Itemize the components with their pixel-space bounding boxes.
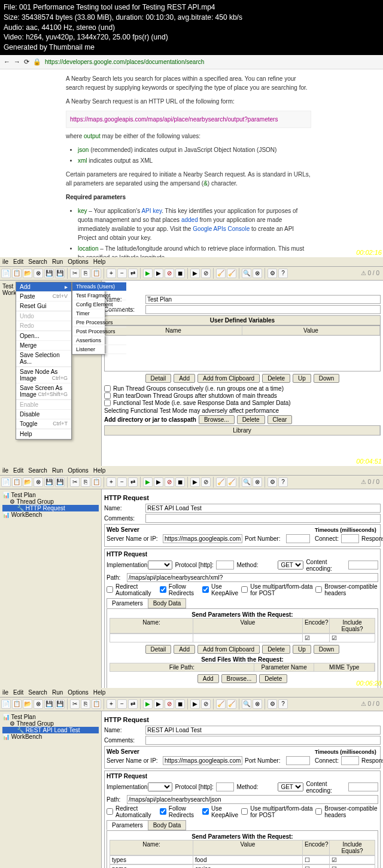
ctx-disable[interactable]: Disable xyxy=(16,410,71,419)
back-icon[interactable]: ← xyxy=(4,58,10,65)
ctx-redo: Redo xyxy=(16,321,71,331)
ctx-toggle[interactable]: ToggleCtrl+T xyxy=(16,419,71,429)
start-icon[interactable]: ▶ xyxy=(143,269,153,278)
ctx-savenode[interactable]: Save Node As ImageCtrl+G xyxy=(16,367,71,383)
pane-browser: ← → ⟳ 🔒 https://developers.google.com/pl… xyxy=(0,55,383,257)
tree-pane[interactable]: Test Work Add ▸ PasteCtrl+V Reset Gui Un… xyxy=(0,281,102,466)
port-input[interactable] xyxy=(286,534,310,543)
clear-button[interactable]: Clear xyxy=(268,415,293,424)
up-button[interactable]: Up xyxy=(293,374,311,383)
ctx-add[interactable]: Add ▸ xyxy=(16,282,71,292)
save-icon[interactable]: 💾 xyxy=(44,269,54,278)
saveas-icon[interactable]: 💾 xyxy=(55,269,65,278)
add-button[interactable]: Add xyxy=(174,374,195,383)
warn-counter: ⚠ 0 / 0 xyxy=(361,270,382,276)
help-icon[interactable]: ? xyxy=(278,269,288,278)
cut-icon[interactable]: ✂ xyxy=(70,269,80,278)
browse-button[interactable]: Browse... xyxy=(199,415,235,424)
tab-body[interactable]: Body Data xyxy=(148,598,187,608)
code-url: https://maps.googleapis.com/maps/api/pla… xyxy=(66,111,311,128)
expand-icon[interactable]: + xyxy=(107,269,116,278)
url-bar[interactable]: https://developers.google.com/places/doc… xyxy=(45,59,204,65)
tree-pane[interactable]: 📊 Test Plan ⚙ Thread Group 🔧 REST API Lo… xyxy=(0,711,102,868)
ctx-undo: Undo xyxy=(16,312,71,321)
ctx-reset[interactable]: Reset Gui xyxy=(16,301,71,311)
shutdown-icon[interactable]: ◼ xyxy=(175,269,185,278)
pane-jmeter-http2: ileEditSearchRunOptionsHelp 📄📋📂⊗💾💾 ✂⎘📋 +… xyxy=(0,688,383,868)
run-consecutive-check[interactable] xyxy=(104,385,111,392)
ctx-merge[interactable]: Merge xyxy=(16,341,71,351)
clear-icon[interactable]: 🧹 xyxy=(216,269,226,278)
ctx-enable: Enable xyxy=(16,400,71,410)
timestamp: 00:06:20 xyxy=(356,680,382,687)
http-panel: HTTP Request Name: Comments: Web Server … xyxy=(102,711,383,868)
new-icon[interactable]: 📄 xyxy=(1,477,11,487)
method-select[interactable]: GET xyxy=(278,561,303,569)
comments-input[interactable] xyxy=(145,305,381,314)
ctx-savesel[interactable]: Save Selection As... xyxy=(16,351,71,367)
pane-jmeter-http1: ileEditSearchRunOptionsHelp 📄📋📂⊗💾💾 ✂⎘📋 +… xyxy=(0,466,383,688)
collapse-icon[interactable]: − xyxy=(117,269,127,278)
open-icon[interactable]: 📂 xyxy=(23,269,32,278)
functional-check[interactable] xyxy=(104,400,111,406)
delete-cp-button[interactable]: Delete xyxy=(237,415,265,424)
down-button[interactable]: Down xyxy=(314,374,340,383)
ctx-help[interactable]: Help xyxy=(16,430,71,439)
menubar[interactable]: ileEditSearchRunOptionsHelp xyxy=(0,688,383,698)
delete-button[interactable]: Delete xyxy=(262,374,290,383)
name-input[interactable] xyxy=(145,504,381,513)
toggle-icon[interactable]: ⇄ xyxy=(128,269,138,278)
reset-search-icon[interactable]: ⊗ xyxy=(253,269,262,278)
toolbar[interactable]: 📄📋📂⊗💾💾 ✂⎘📋 +−⇄ ▶▶⊘◼ ▶⊘ 🧹🧹 🔍⊗ ⚙? ⚠ 0 / 0 xyxy=(0,476,383,489)
video-metadata: File: 001 Performance Testing tool used … xyxy=(0,0,383,55)
path-input[interactable] xyxy=(127,795,378,804)
server-input[interactable] xyxy=(163,534,242,543)
new-icon[interactable]: 📄 xyxy=(1,269,11,278)
template-icon[interactable]: 📋 xyxy=(12,269,22,278)
copy-icon[interactable]: ⎘ xyxy=(81,269,90,278)
paste-icon[interactable]: 📋 xyxy=(92,269,101,278)
search-icon[interactable]: 🔍 xyxy=(242,269,251,278)
ctx-open[interactable]: Open... xyxy=(16,331,71,341)
context-menu[interactable]: Add ▸ PasteCtrl+V Reset Gui Undo Redo Op… xyxy=(16,282,72,440)
param-row[interactable]: typesfood☐☑ xyxy=(110,855,375,864)
timestamp: 00:02:16 xyxy=(356,249,382,256)
tree-pane[interactable]: 📊 Test Plan ⚙ Thread Group 🔧 HTTP Reques… xyxy=(0,489,102,688)
path-input[interactable] xyxy=(127,573,378,582)
param-row[interactable]: namecruise☐☑ xyxy=(110,864,375,868)
remote-start-icon[interactable]: ▶ xyxy=(190,269,200,278)
stop-icon[interactable]: ⊘ xyxy=(165,269,174,278)
detail-button[interactable]: Detail xyxy=(145,374,172,383)
udv-table[interactable] xyxy=(104,336,381,371)
param-row-empty[interactable]: ☑☑ xyxy=(110,634,375,642)
browser-bar: ← → ⟳ 🔒 https://developers.google.com/pl… xyxy=(0,55,383,69)
timestamp: 00:04:51 xyxy=(356,458,382,465)
menubar[interactable]: ileEditSearchRunOptionsHelp xyxy=(0,466,383,476)
ctx-savescreen[interactable]: Save Screen As ImageCtrl+Shift+G xyxy=(16,383,71,400)
menubar[interactable]: ileEditSearchRunOptionsHelp xyxy=(0,257,383,267)
reload-icon[interactable]: ⟳ xyxy=(24,58,29,66)
http-panel: HTTP Request Name: Comments: Web Server … xyxy=(102,489,383,688)
tab-parameters[interactable]: Parameters xyxy=(107,598,148,608)
submenu-add[interactable]: Threads (Users) Test Fragment Config Ele… xyxy=(72,282,105,355)
addclip-button[interactable]: Add from Clipboard xyxy=(197,374,260,383)
name-input[interactable] xyxy=(145,295,381,304)
fn-helper-icon[interactable]: ⚙ xyxy=(268,269,277,278)
impl-select[interactable] xyxy=(148,561,172,569)
ctx-paste[interactable]: PasteCtrl+V xyxy=(16,292,71,301)
teardown-check[interactable] xyxy=(104,392,111,399)
pane-jmeter-testplan: ileEditSearchRunOptionsHelp 📄 📋 📂 ⊗ 💾 💾 … xyxy=(0,257,383,466)
testplan-panel: st Plan Name: Comments: User Defined Var… xyxy=(102,281,383,466)
forward-icon[interactable]: → xyxy=(14,58,20,65)
clearall-icon[interactable]: 🧹 xyxy=(227,269,236,278)
close-icon[interactable]: ⊗ xyxy=(34,269,43,278)
lock-icon: 🔒 xyxy=(33,58,41,66)
start-nopauses-icon[interactable]: ▶ xyxy=(154,269,163,278)
toolbar[interactable]: 📄 📋 📂 ⊗ 💾 💾 ✂ ⎘ 📋 + − ⇄ ▶ ▶ ⊘ ◼ ▶ ⊘ 🧹 🧹 … xyxy=(0,267,383,281)
remote-stop-icon[interactable]: ⊘ xyxy=(201,269,211,278)
